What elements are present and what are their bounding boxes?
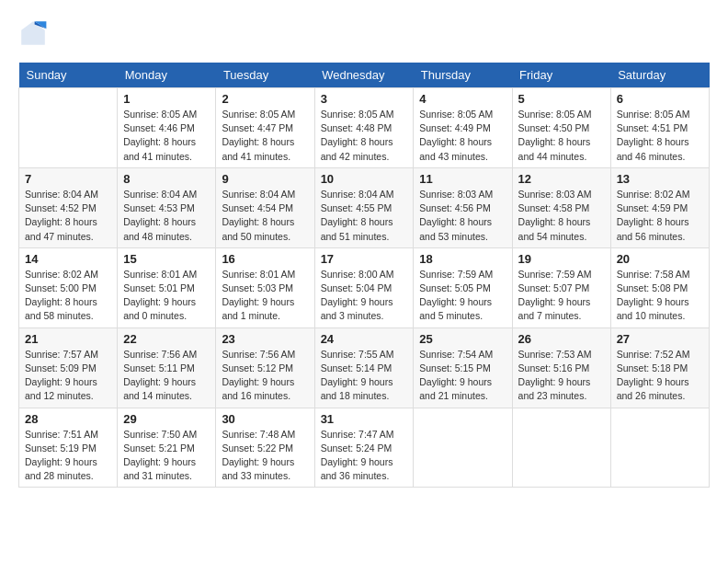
day-cell: 5Sunrise: 8:05 AMSunset: 4:50 PMDaylight…	[512, 88, 610, 168]
day-cell	[414, 408, 512, 488]
day-number: 13	[617, 172, 703, 186]
week-row-1: 1Sunrise: 8:05 AMSunset: 4:46 PMDaylight…	[19, 88, 710, 168]
day-number: 21	[25, 332, 111, 346]
day-cell: 12Sunrise: 8:03 AMSunset: 4:58 PMDayligh…	[512, 167, 610, 247]
day-number: 29	[123, 412, 210, 426]
day-number: 4	[419, 92, 506, 106]
day-info: Sunrise: 7:56 AMSunset: 5:11 PMDaylight:…	[123, 348, 210, 404]
day-cell: 11Sunrise: 8:03 AMSunset: 4:56 PMDayligh…	[414, 167, 512, 247]
day-number: 24	[321, 332, 408, 346]
day-cell: 27Sunrise: 7:52 AMSunset: 5:18 PMDayligh…	[610, 327, 709, 408]
day-number: 20	[617, 252, 703, 266]
column-header-friday: Friday	[512, 63, 610, 88]
day-info: Sunrise: 8:05 AMSunset: 4:50 PMDaylight:…	[518, 108, 605, 164]
day-cell: 16Sunrise: 8:01 AMSunset: 5:03 PMDayligh…	[216, 247, 314, 327]
day-info: Sunrise: 8:02 AMSunset: 4:59 PMDaylight:…	[617, 188, 703, 244]
day-cell: 18Sunrise: 7:59 AMSunset: 5:05 PMDayligh…	[414, 247, 512, 327]
day-number: 19	[518, 252, 605, 266]
day-info: Sunrise: 8:05 AMSunset: 4:47 PMDaylight:…	[222, 108, 308, 164]
day-cell: 17Sunrise: 8:00 AMSunset: 5:04 PMDayligh…	[314, 247, 414, 327]
day-number: 23	[222, 332, 308, 346]
day-info: Sunrise: 8:03 AMSunset: 4:58 PMDaylight:…	[518, 188, 605, 244]
day-cell: 31Sunrise: 7:47 AMSunset: 5:24 PMDayligh…	[314, 408, 414, 488]
calendar-table: SundayMondayTuesdayWednesdayThursdayFrid…	[18, 63, 710, 488]
day-number: 8	[123, 172, 210, 186]
day-info: Sunrise: 8:05 AMSunset: 4:49 PMDaylight:…	[419, 108, 506, 164]
day-number: 3	[321, 92, 408, 106]
day-cell: 28Sunrise: 7:51 AMSunset: 5:19 PMDayligh…	[19, 408, 118, 488]
column-header-tuesday: Tuesday	[216, 63, 314, 88]
column-header-monday: Monday	[118, 63, 216, 88]
day-number: 26	[518, 332, 605, 346]
day-cell: 7Sunrise: 8:04 AMSunset: 4:52 PMDaylight…	[19, 167, 118, 247]
day-cell: 14Sunrise: 8:02 AMSunset: 5:00 PMDayligh…	[19, 247, 118, 327]
day-info: Sunrise: 8:01 AMSunset: 5:01 PMDaylight:…	[123, 268, 210, 324]
day-number: 28	[25, 412, 111, 426]
day-info: Sunrise: 7:59 AMSunset: 5:07 PMDaylight:…	[518, 268, 605, 324]
day-number: 27	[617, 332, 703, 346]
day-info: Sunrise: 8:05 AMSunset: 4:51 PMDaylight:…	[617, 108, 703, 164]
calendar-header: SundayMondayTuesdayWednesdayThursdayFrid…	[19, 63, 710, 88]
day-number: 11	[419, 172, 506, 186]
week-row-4: 21Sunrise: 7:57 AMSunset: 5:09 PMDayligh…	[19, 327, 710, 408]
day-info: Sunrise: 8:03 AMSunset: 4:56 PMDaylight:…	[419, 188, 506, 244]
day-cell: 26Sunrise: 7:53 AMSunset: 5:16 PMDayligh…	[512, 327, 610, 408]
day-info: Sunrise: 8:00 AMSunset: 5:04 PMDaylight:…	[321, 268, 408, 324]
day-info: Sunrise: 7:51 AMSunset: 5:19 PMDaylight:…	[25, 428, 111, 484]
day-cell: 8Sunrise: 8:04 AMSunset: 4:53 PMDaylight…	[118, 167, 216, 247]
day-info: Sunrise: 7:48 AMSunset: 5:22 PMDaylight:…	[222, 428, 308, 484]
day-info: Sunrise: 7:55 AMSunset: 5:14 PMDaylight:…	[321, 348, 408, 404]
day-info: Sunrise: 8:05 AMSunset: 4:48 PMDaylight:…	[321, 108, 408, 164]
day-cell: 9Sunrise: 8:04 AMSunset: 4:54 PMDaylight…	[216, 167, 314, 247]
day-cell: 13Sunrise: 8:02 AMSunset: 4:59 PMDayligh…	[610, 167, 709, 247]
day-info: Sunrise: 8:05 AMSunset: 4:46 PMDaylight:…	[123, 108, 210, 164]
day-number: 30	[222, 412, 308, 426]
day-number: 6	[617, 92, 703, 106]
logo-icon	[18, 18, 48, 48]
day-cell: 1Sunrise: 8:05 AMSunset: 4:46 PMDaylight…	[118, 88, 216, 168]
day-info: Sunrise: 7:53 AMSunset: 5:16 PMDaylight:…	[518, 348, 605, 404]
day-cell: 21Sunrise: 7:57 AMSunset: 5:09 PMDayligh…	[19, 327, 118, 408]
day-info: Sunrise: 7:59 AMSunset: 5:05 PMDaylight:…	[419, 268, 506, 324]
day-number: 9	[222, 172, 308, 186]
day-info: Sunrise: 8:01 AMSunset: 5:03 PMDaylight:…	[222, 268, 308, 324]
day-number: 10	[321, 172, 408, 186]
day-cell	[610, 408, 709, 488]
day-cell: 23Sunrise: 7:56 AMSunset: 5:12 PMDayligh…	[216, 327, 314, 408]
day-number: 16	[222, 252, 308, 266]
day-info: Sunrise: 8:04 AMSunset: 4:55 PMDaylight:…	[321, 188, 408, 244]
week-row-5: 28Sunrise: 7:51 AMSunset: 5:19 PMDayligh…	[19, 408, 710, 488]
day-info: Sunrise: 7:47 AMSunset: 5:24 PMDaylight:…	[321, 428, 408, 484]
day-number: 12	[518, 172, 605, 186]
day-cell: 4Sunrise: 8:05 AMSunset: 4:49 PMDaylight…	[414, 88, 512, 168]
day-info: Sunrise: 7:57 AMSunset: 5:09 PMDaylight:…	[25, 348, 111, 404]
day-number: 1	[123, 92, 210, 106]
header-row: SundayMondayTuesdayWednesdayThursdayFrid…	[19, 63, 710, 88]
day-cell: 19Sunrise: 7:59 AMSunset: 5:07 PMDayligh…	[512, 247, 610, 327]
day-info: Sunrise: 7:50 AMSunset: 5:21 PMDaylight:…	[123, 428, 210, 484]
day-number: 14	[25, 252, 111, 266]
logo	[18, 18, 51, 48]
day-number: 25	[419, 332, 506, 346]
day-info: Sunrise: 8:04 AMSunset: 4:53 PMDaylight:…	[123, 188, 210, 244]
page-header	[18, 18, 710, 48]
day-cell: 29Sunrise: 7:50 AMSunset: 5:21 PMDayligh…	[118, 408, 216, 488]
day-number: 17	[321, 252, 408, 266]
day-info: Sunrise: 7:56 AMSunset: 5:12 PMDaylight:…	[222, 348, 308, 404]
day-info: Sunrise: 7:52 AMSunset: 5:18 PMDaylight:…	[617, 348, 703, 404]
day-info: Sunrise: 7:54 AMSunset: 5:15 PMDaylight:…	[419, 348, 506, 404]
day-cell: 6Sunrise: 8:05 AMSunset: 4:51 PMDaylight…	[610, 88, 709, 168]
day-cell: 22Sunrise: 7:56 AMSunset: 5:11 PMDayligh…	[118, 327, 216, 408]
week-row-3: 14Sunrise: 8:02 AMSunset: 5:00 PMDayligh…	[19, 247, 710, 327]
day-info: Sunrise: 8:04 AMSunset: 4:52 PMDaylight:…	[25, 188, 111, 244]
week-row-2: 7Sunrise: 8:04 AMSunset: 4:52 PMDaylight…	[19, 167, 710, 247]
day-number: 31	[321, 412, 408, 426]
day-cell: 2Sunrise: 8:05 AMSunset: 4:47 PMDaylight…	[216, 88, 314, 168]
day-cell: 24Sunrise: 7:55 AMSunset: 5:14 PMDayligh…	[314, 327, 414, 408]
calendar-body: 1Sunrise: 8:05 AMSunset: 4:46 PMDaylight…	[19, 88, 710, 488]
column-header-wednesday: Wednesday	[314, 63, 414, 88]
day-info: Sunrise: 7:58 AMSunset: 5:08 PMDaylight:…	[617, 268, 703, 324]
day-number: 22	[123, 332, 210, 346]
day-cell: 30Sunrise: 7:48 AMSunset: 5:22 PMDayligh…	[216, 408, 314, 488]
day-number: 18	[419, 252, 506, 266]
